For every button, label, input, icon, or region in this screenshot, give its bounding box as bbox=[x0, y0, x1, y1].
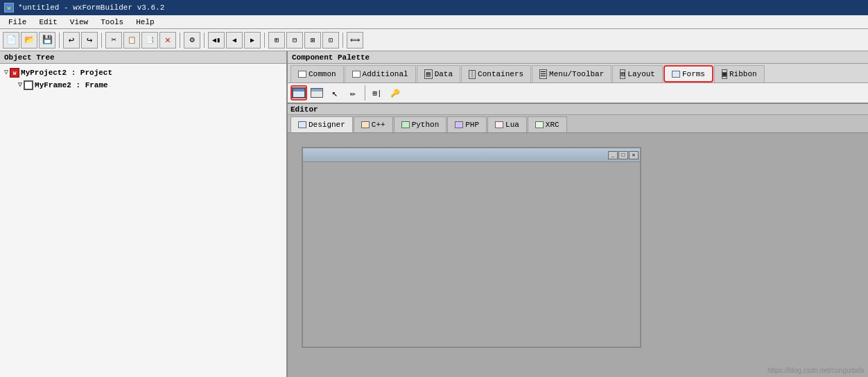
menu-view[interactable]: View bbox=[64, 17, 94, 28]
title-text: *untitled - wxFormBuilder v3.6.2 bbox=[18, 3, 164, 12]
editor-tab-designer[interactable]: Designer bbox=[290, 116, 353, 132]
tree-expand-frame[interactable]: ▽ bbox=[18, 80, 22, 91]
project-label: MyProject2 : Project bbox=[21, 67, 112, 78]
toolbar-sep1 bbox=[59, 33, 60, 48]
main-layout: Object Tree ▽ W MyProject2 : Project ▽ M… bbox=[0, 51, 868, 377]
tree-frame-row[interactable]: ▽ MyFrame2 : Frame bbox=[4, 79, 282, 91]
title-bar: W *untitled - wxFormBuilder v3.6.2 bbox=[0, 0, 868, 15]
tree-project-row[interactable]: ▽ W MyProject2 : Project bbox=[4, 67, 282, 79]
object-tree-panel: Object Tree ▽ W MyProject2 : Project ▽ M… bbox=[0, 51, 288, 377]
ribbon-tab-label: Ribbon bbox=[729, 70, 757, 78]
palette-tab-layout[interactable]: ⊞ Layout bbox=[612, 65, 663, 82]
php-tab-icon bbox=[455, 121, 463, 128]
grid-tool-icon: ⊞| bbox=[372, 89, 381, 98]
tree-expand-project[interactable]: ▽ bbox=[4, 67, 8, 78]
palette-tab-additional[interactable]: Additional bbox=[345, 65, 416, 82]
toolbar-sep4 bbox=[204, 33, 205, 48]
menu-edit[interactable]: Edit bbox=[33, 17, 62, 28]
python-tab-icon bbox=[401, 121, 410, 128]
toolbar-align3[interactable]: ⊠ bbox=[304, 32, 321, 49]
editor-tab-xrc[interactable]: XRC bbox=[528, 116, 567, 132]
additional-tab-icon bbox=[352, 71, 361, 78]
frame-window[interactable]: _ □ ✕ bbox=[302, 147, 641, 348]
toolbar-delete[interactable]: ✕ bbox=[159, 32, 176, 49]
additional-tab-label: Additional bbox=[363, 70, 408, 78]
palette-tool-frame[interactable] bbox=[290, 85, 307, 100]
win-minimize-btn[interactable]: _ bbox=[608, 151, 618, 159]
frame-tool-icon bbox=[292, 87, 306, 98]
toolbar-nav1[interactable]: ◀▮ bbox=[208, 32, 225, 49]
win-restore-btn[interactable]: □ bbox=[618, 151, 628, 159]
toolbar-align1[interactable]: ⊞ bbox=[268, 32, 285, 49]
object-tree-header: Object Tree bbox=[0, 51, 286, 64]
toolbar-align5[interactable]: ⟺ bbox=[347, 32, 363, 49]
designer-canvas: _ □ ✕ https://blog.csdn.net/cungudafa bbox=[288, 133, 868, 377]
editor-header: Editor bbox=[288, 104, 868, 115]
editor-tab-lua[interactable]: Lua bbox=[487, 116, 527, 132]
palette-tool-cursor[interactable]: ↖ bbox=[327, 85, 343, 100]
toolbar-undo[interactable]: ↩ bbox=[63, 32, 80, 49]
toolbar-paste[interactable]: 📑 bbox=[141, 32, 158, 49]
toolbar-redo[interactable]: ↪ bbox=[81, 32, 98, 49]
frame-icon bbox=[24, 80, 33, 90]
editor-tab-php[interactable]: PHP bbox=[447, 116, 487, 132]
toolbar-cut[interactable]: ✂ bbox=[105, 32, 122, 49]
palette-tab-containers[interactable]: | Containers bbox=[461, 65, 531, 82]
palette-toolbar: ↖ ✏ ⊞| 🔑 bbox=[288, 83, 868, 103]
palette-toolbar-sep bbox=[365, 85, 365, 100]
common-tab-label: Common bbox=[309, 70, 336, 78]
menu-help[interactable]: Help bbox=[130, 17, 159, 28]
menu-file[interactable]: File bbox=[3, 17, 32, 28]
data-tab-label: Data bbox=[435, 70, 453, 78]
menu-tools[interactable]: Tools bbox=[95, 17, 129, 28]
cpp-tab-icon bbox=[361, 121, 370, 128]
layout-tab-label: Layout bbox=[627, 70, 655, 78]
palette-tool-dialog[interactable] bbox=[309, 85, 325, 100]
palette-tab-common[interactable]: Common bbox=[290, 65, 344, 82]
palette-header: Component Palette bbox=[288, 51, 868, 64]
menutoolbar-tab-icon: ☰ bbox=[539, 69, 547, 79]
editor-tab-python[interactable]: Python bbox=[394, 116, 447, 132]
lua-tab-label: Lua bbox=[505, 121, 519, 129]
toolbar-save[interactable]: 💾 bbox=[39, 32, 55, 49]
toolbar-nav3[interactable]: ▶ bbox=[244, 32, 261, 49]
project-icon: W bbox=[10, 68, 19, 78]
ribbon-tab-icon: ▦ bbox=[722, 69, 727, 79]
win-close-btn[interactable]: ✕ bbox=[629, 151, 639, 159]
cpp-tab-label: C++ bbox=[372, 121, 385, 129]
right-panel: Component Palette Common Additional ▤ Da… bbox=[288, 51, 868, 377]
palette-tab-data[interactable]: ▤ Data bbox=[417, 65, 460, 82]
xrc-tab-icon bbox=[535, 121, 544, 128]
palette-tool-grid[interactable]: ⊞| bbox=[369, 85, 385, 100]
containers-tab-label: Containers bbox=[478, 70, 523, 78]
frame-titlebar: _ □ ✕ bbox=[303, 148, 640, 162]
dialog-tool-icon bbox=[311, 88, 323, 98]
lua-tab-icon bbox=[495, 121, 503, 128]
toolbar-copy[interactable]: 📋 bbox=[123, 32, 140, 49]
toolbar-settings[interactable]: ⚙ bbox=[184, 32, 200, 49]
python-tab-label: Python bbox=[412, 121, 440, 129]
palette-tool-id[interactable]: 🔑 bbox=[387, 85, 403, 100]
toolbar-sep5 bbox=[264, 33, 265, 48]
palette-tabs: Common Additional ▤ Data | Containers bbox=[288, 64, 868, 83]
palette-tool-pencil[interactable]: ✏ bbox=[345, 85, 361, 100]
common-tab-icon bbox=[298, 71, 306, 78]
toolbar-align2[interactable]: ⊟ bbox=[286, 32, 303, 49]
cursor-tool-icon: ↖ bbox=[332, 87, 338, 99]
containers-tab-icon: | bbox=[469, 70, 476, 79]
main-toolbar: 📄 📂 💾 ↩ ↪ ✂ 📋 📑 ✕ ⚙ ◀▮ ◀ ▶ ⊞ ⊟ ⊠ ⊡ ⟺ bbox=[0, 29, 868, 51]
toolbar-nav2[interactable]: ◀ bbox=[226, 32, 243, 49]
toolbar-open[interactable]: 📂 bbox=[21, 32, 37, 49]
toolbar-align4[interactable]: ⊡ bbox=[322, 32, 339, 49]
palette-tab-menu-toolbar[interactable]: ☰ Menu/Toolbar bbox=[532, 65, 611, 82]
watermark: https://blog.csdn.net/cungudafa bbox=[767, 367, 864, 374]
frame-label: MyFrame2 : Frame bbox=[35, 80, 108, 91]
toolbar-new[interactable]: 📄 bbox=[3, 32, 19, 49]
layout-tab-icon: ⊞ bbox=[620, 69, 625, 79]
app-icon: W bbox=[4, 3, 14, 12]
palette-tab-ribbon[interactable]: ▦ Ribbon bbox=[714, 65, 765, 82]
editor-tab-cpp[interactable]: C++ bbox=[354, 116, 393, 132]
palette-tab-forms[interactable]: Forms bbox=[663, 65, 713, 82]
component-palette: Component Palette Common Additional ▤ Da… bbox=[288, 51, 868, 104]
data-tab-icon: ▤ bbox=[424, 69, 433, 79]
